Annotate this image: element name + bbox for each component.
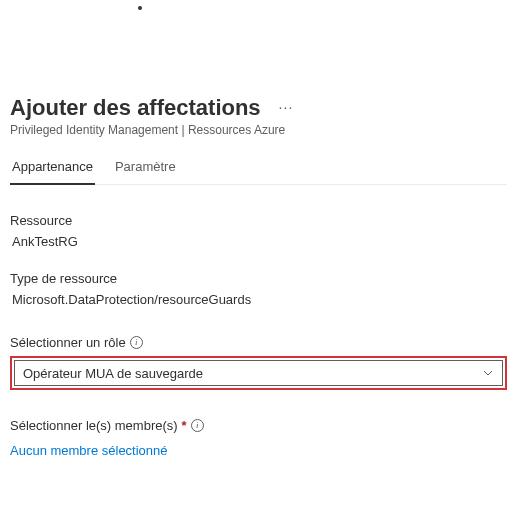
select-members-link[interactable]: Aucun membre sélectionné (10, 443, 168, 458)
select-role-dropdown[interactable]: Opérateur MUA de sauvegarde (14, 360, 503, 386)
select-members-label-text: Sélectionner le(s) membre(s) (10, 418, 178, 433)
select-members-label: Sélectionner le(s) membre(s) * i (10, 418, 507, 433)
page-header: Ajouter des affectations ··· Privileged … (10, 95, 507, 137)
breadcrumb: Privileged Identity Management | Ressour… (10, 123, 507, 137)
resource-type-label: Type de ressource (10, 271, 507, 286)
decorative-dot (138, 6, 142, 10)
more-actions-icon[interactable]: ··· (279, 99, 294, 117)
info-icon[interactable]: i (130, 336, 143, 349)
resource-section: Ressource AnkTestRG (10, 213, 507, 249)
tab-setting[interactable]: Paramètre (113, 151, 178, 184)
select-members-section: Sélectionner le(s) membre(s) * i Aucun m… (10, 418, 507, 458)
page-title: Ajouter des affectations (10, 95, 261, 121)
resource-label: Ressource (10, 213, 507, 228)
select-role-highlight: Opérateur MUA de sauvegarde (10, 356, 507, 390)
chevron-down-icon (482, 367, 494, 379)
select-role-label-text: Sélectionner un rôle (10, 335, 126, 350)
tab-membership[interactable]: Appartenance (10, 151, 95, 184)
resource-value: AnkTestRG (10, 234, 507, 249)
resource-type-section: Type de ressource Microsoft.DataProtecti… (10, 271, 507, 307)
select-role-label: Sélectionner un rôle i (10, 335, 507, 350)
required-asterisk: * (182, 418, 187, 433)
select-role-section: Sélectionner un rôle i Opérateur MUA de … (10, 335, 507, 390)
select-role-value: Opérateur MUA de sauvegarde (23, 366, 203, 381)
resource-type-value: Microsoft.DataProtection/resourceGuards (10, 292, 507, 307)
info-icon[interactable]: i (191, 419, 204, 432)
tab-bar: Appartenance Paramètre (10, 151, 507, 185)
